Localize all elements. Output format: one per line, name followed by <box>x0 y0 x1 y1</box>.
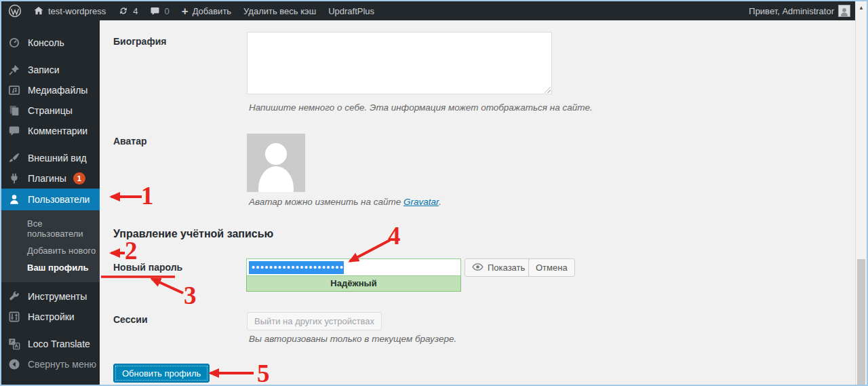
plugin-icon <box>7 172 21 185</box>
clear-cache-label: Удалить весь кэш <box>243 6 316 16</box>
browser-scrollbar[interactable]: ▲ <box>855 1 867 385</box>
submenu-item-all-users[interactable]: Все пользователи <box>1 215 100 242</box>
sessions-help-text: Вы авторизованы только в текущем браузер… <box>249 334 456 344</box>
translate-icon <box>7 337 21 351</box>
bio-label: Биография <box>113 36 166 47</box>
resize-grip-icon[interactable] <box>543 85 551 93</box>
sidebar-item-posts[interactable]: Записи <box>1 60 100 80</box>
bio-textarea[interactable] <box>247 32 552 94</box>
pushpin-icon <box>7 63 21 77</box>
admin-bar-comments[interactable]: 0 <box>144 1 175 20</box>
scrollbar-up-arrow-icon[interactable]: ▲ <box>856 2 867 13</box>
admin-sidebar: Консоль Записи Медиафайлы Страницы Комме… <box>1 20 100 386</box>
sidebar-item-collapse-menu[interactable]: Свернуть меню <box>1 354 100 374</box>
eye-icon <box>472 261 484 275</box>
sidebar-item-loco-translate[interactable]: Loco Translate <box>1 334 100 354</box>
admin-bar-updraftplus[interactable]: UpdraftPlus <box>322 1 380 20</box>
logout-everywhere-else-label: Выйти на других устройствах <box>254 316 374 326</box>
new-password-input[interactable]: ••••••••••••••••••••• <box>246 258 461 276</box>
comments-count: 0 <box>164 6 169 16</box>
wrench-icon <box>7 290 21 303</box>
users-submenu: Все пользователи Добавить нового Ваш про… <box>1 210 100 282</box>
avatar <box>838 5 850 17</box>
updates-icon <box>118 5 129 16</box>
new-label: Добавить <box>193 6 231 16</box>
update-profile-button[interactable]: Обновить профиль <box>113 364 210 383</box>
account-management-heading: Управление учётной записью <box>113 228 273 240</box>
sidebar-item-label: Плагины <box>28 173 66 184</box>
submenu-item-add-new[interactable]: Добавить нового <box>1 242 100 259</box>
greeting-text: Привет, Administrator <box>749 6 834 16</box>
sidebar-item-settings[interactable]: Настройки <box>1 307 100 327</box>
cancel-password-label: Отмена <box>536 263 568 273</box>
avatar-help-suffix: . <box>439 197 441 207</box>
sidebar-item-plugins[interactable]: Плагины 1 <box>1 168 100 189</box>
sidebar-item-users[interactable]: Пользователи <box>1 189 100 210</box>
sidebar-item-label: Loco Translate <box>28 339 90 349</box>
logout-everywhere-else-button[interactable]: Выйти на других устройствах <box>247 312 382 330</box>
password-selected-text: ••••••••••••••••••••• <box>249 261 344 274</box>
wordpress-admin-profile-screen: test-wordpress 4 0 + Добавить Удалить ве… <box>0 0 868 386</box>
avatar-image <box>247 134 305 192</box>
sidebar-item-tools[interactable]: Инструменты <box>1 286 100 307</box>
plugins-update-badge: 1 <box>73 172 85 185</box>
site-name: test-wordpress <box>48 6 106 16</box>
avatar-help-prefix: Аватар можно изменить на сайте <box>249 197 403 207</box>
comment-icon <box>7 124 21 138</box>
password-strength-indicator: Надёжный <box>246 276 461 292</box>
sidebar-item-appearance[interactable]: Внешний вид <box>1 148 100 168</box>
pages-icon <box>7 104 21 117</box>
updraftplus-label: UpdraftPlus <box>328 6 374 16</box>
settings-icon <box>7 310 21 324</box>
new-password-group: ••••••••••••••••••••• Надёжный <box>246 258 461 292</box>
avatar-label: Аватар <box>113 136 147 147</box>
admin-bar-new[interactable]: + Добавить <box>176 1 237 20</box>
wordpress-logo-menu[interactable] <box>1 1 27 20</box>
sidebar-item-label: Медиафайлы <box>28 85 87 96</box>
bio-help-text: Напишите немного о себе. Эта информация … <box>249 102 593 113</box>
plus-icon: + <box>182 5 189 17</box>
brush-icon <box>7 151 21 165</box>
sidebar-item-label: Свернуть меню <box>28 359 96 370</box>
media-icon <box>7 83 21 97</box>
sidebar-item-label: Настройки <box>28 311 75 322</box>
sidebar-item-label: Комментарии <box>28 126 87 136</box>
sidebar-item-label: Внешний вид <box>28 153 87 163</box>
admin-bar-clear-cache[interactable]: Удалить весь кэш <box>237 1 322 20</box>
sidebar-item-label: Страницы <box>28 105 73 116</box>
updates-count: 4 <box>133 6 138 16</box>
sidebar-item-label: Инструменты <box>28 291 87 302</box>
wordpress-logo-icon <box>8 4 22 18</box>
sidebar-item-dashboard[interactable]: Консоль <box>1 33 100 53</box>
scrollbar-thumb[interactable] <box>857 259 865 385</box>
profile-form-content: Биография Напишите немного о себе. Эта и… <box>100 20 855 385</box>
comments-bubble-icon <box>150 6 160 16</box>
sidebar-item-label: Записи <box>28 64 59 75</box>
admin-bar-updates[interactable]: 4 <box>112 1 144 20</box>
sidebar-item-label: Консоль <box>28 37 64 48</box>
sidebar-item-media[interactable]: Медиафайлы <box>1 80 100 100</box>
admin-bar: test-wordpress 4 0 + Добавить Удалить ве… <box>1 1 856 20</box>
show-password-label: Показать <box>488 263 525 273</box>
cancel-password-button[interactable]: Отмена <box>528 258 575 277</box>
admin-bar-account[interactable]: Привет, Administrator <box>743 1 856 20</box>
new-password-label: Новый пароль <box>113 262 182 273</box>
collapse-arrow-icon <box>7 358 21 371</box>
admin-bar-site-link[interactable]: test-wordpress <box>27 1 112 20</box>
sidebar-item-comments[interactable]: Комментарии <box>1 121 100 141</box>
home-icon <box>33 5 44 16</box>
user-icon <box>7 193 21 206</box>
sidebar-item-label: Пользователи <box>28 194 90 205</box>
dashboard-icon <box>7 36 21 50</box>
avatar-help-text: Аватар можно изменить на сайте Gravatar. <box>249 197 441 207</box>
submenu-item-your-profile[interactable]: Ваш профиль <box>1 259 100 276</box>
sidebar-item-pages[interactable]: Страницы <box>1 100 100 121</box>
show-password-button[interactable]: Показать <box>465 258 532 277</box>
gravatar-link[interactable]: Gravatar <box>403 197 439 207</box>
sessions-label: Сессии <box>113 314 148 325</box>
